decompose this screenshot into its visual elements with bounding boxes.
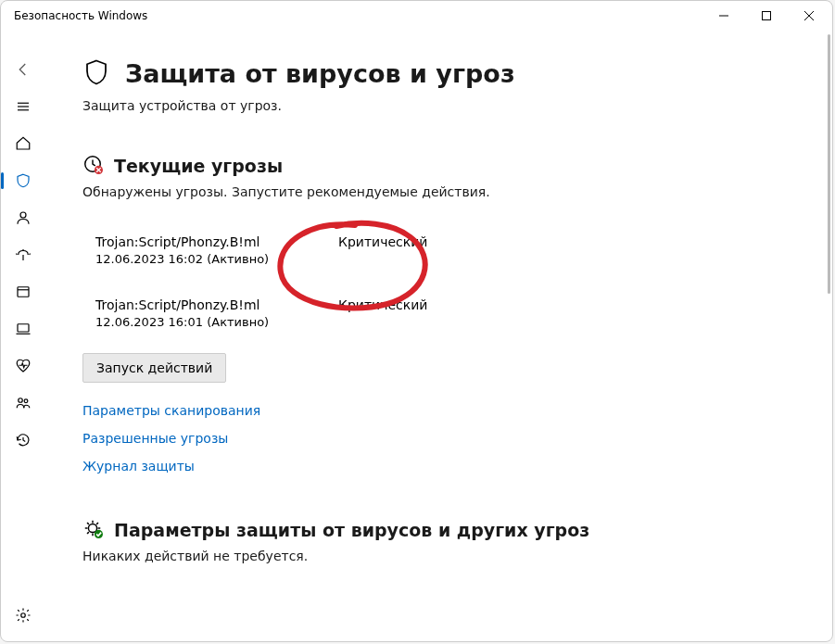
nav-home[interactable]: [5, 125, 42, 162]
svg-point-15: [21, 613, 26, 618]
threat-severity: Критический: [338, 234, 427, 249]
scan-options-link[interactable]: Параметры сканирования: [82, 403, 795, 418]
svg-rect-9: [18, 287, 29, 297]
nav-device-security[interactable]: [5, 310, 42, 347]
svg-line-27: [87, 532, 89, 534]
scrollbar[interactable]: [828, 34, 830, 294]
shield-icon: [82, 58, 110, 89]
nav-family[interactable]: [5, 385, 42, 422]
window-controls: [702, 1, 830, 31]
current-threats-section: Текущие угрозы Обнаружены угрозы. Запуст…: [82, 154, 795, 474]
back-button[interactable]: [5, 51, 42, 88]
threat-item[interactable]: Trojan:Script/Phonzy.B!ml 12.06.2023 16:…: [82, 290, 795, 336]
section-message: Обнаружены угрозы. Запустите рекомендуем…: [82, 184, 795, 199]
content-area: Защита от вирусов и угроз Защита устройс…: [45, 31, 832, 641]
svg-point-29: [95, 530, 103, 538]
minimize-button[interactable]: [702, 1, 745, 31]
nav-virus-protection[interactable]: [5, 162, 42, 199]
threat-meta: 12.06.2023 16:02 (Активно): [95, 252, 338, 266]
window-title: Безопасность Windows: [14, 9, 702, 22]
allowed-threats-link[interactable]: Разрешенные угрозы: [82, 431, 795, 446]
virus-settings-icon: [82, 518, 103, 541]
section-message: Никаких действий не требуется.: [82, 549, 795, 563]
threat-item[interactable]: Trojan:Script/Phonzy.B!ml 12.06.2023 16:…: [82, 227, 795, 273]
threat-meta: 12.06.2023 16:01 (Активно): [95, 315, 338, 329]
maximize-button[interactable]: [745, 1, 788, 31]
threat-warning-icon: [82, 154, 103, 177]
nav-history[interactable]: [5, 422, 42, 459]
svg-point-14: [24, 399, 28, 403]
run-actions-button[interactable]: Запуск действий: [82, 353, 226, 383]
threat-name: Trojan:Script/Phonzy.B!ml: [95, 297, 338, 312]
page-title: Защита от вирусов и угроз: [125, 59, 515, 88]
nav-device-health[interactable]: [5, 347, 42, 385]
menu-button[interactable]: [5, 88, 42, 125]
svg-rect-1: [763, 12, 771, 20]
nav-firewall[interactable]: [5, 236, 42, 273]
titlebar: Безопасность Windows: [1, 1, 832, 31]
threat-severity: Критический: [338, 297, 427, 312]
page-subtitle: Защита устройства от угроз.: [82, 98, 795, 113]
nav-account[interactable]: [5, 199, 42, 236]
threat-name: Trojan:Script/Phonzy.B!ml: [95, 234, 338, 249]
close-button[interactable]: [788, 1, 830, 31]
svg-point-7: [20, 212, 26, 218]
svg-line-25: [87, 523, 89, 524]
svg-point-13: [19, 398, 23, 403]
nav-settings[interactable]: [5, 597, 42, 634]
protection-history-link[interactable]: Журнал защиты: [82, 459, 795, 474]
svg-line-28: [96, 523, 98, 524]
section-title: Текущие угрозы: [114, 156, 283, 176]
nav-app-control[interactable]: [5, 273, 42, 310]
svg-rect-11: [18, 324, 29, 332]
protection-settings-section: Параметры защиты от вирусов и других угр…: [82, 518, 795, 563]
nav-rail: [1, 31, 45, 641]
section-title: Параметры защиты от вирусов и других угр…: [114, 520, 589, 540]
